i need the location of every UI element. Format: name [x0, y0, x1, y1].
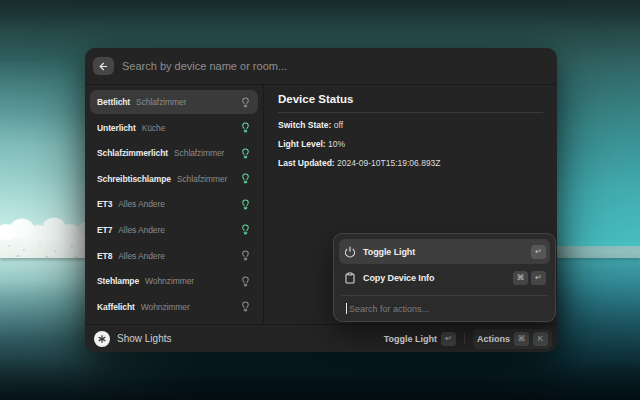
- bulb-icon: [240, 301, 251, 312]
- field-value: 2024-09-10T15:19:06.893Z: [335, 158, 441, 168]
- arrow-left-icon: [98, 61, 109, 72]
- field-value: off: [331, 120, 343, 130]
- device-row[interactable]: KaffelichtWohnzimmer: [90, 295, 258, 319]
- device-name: Stehlampe: [97, 276, 139, 286]
- k-key-badge: K: [533, 332, 548, 346]
- back-button[interactable]: [93, 57, 114, 75]
- status-field: Last Updated: 2024-09-10T15:19:06.893Z: [278, 159, 543, 168]
- device-row[interactable]: UnterlichtKüche: [90, 116, 258, 140]
- bulb-icon: [240, 148, 251, 159]
- power-icon: [344, 246, 356, 258]
- bulb-icon: [240, 173, 251, 184]
- key-badge: ⌘: [513, 271, 528, 285]
- action-label: Toggle Light: [363, 247, 415, 257]
- action-item[interactable]: Toggle Light↵: [339, 239, 550, 264]
- device-room: Wohnzimmer: [145, 276, 194, 286]
- field-label: Last Updated:: [278, 158, 335, 168]
- status-field: Light Level: 10%: [278, 140, 543, 149]
- actions-button-label: Actions: [477, 334, 510, 344]
- footer-actions: Toggle Light ↵ Actions ⌘ K: [384, 329, 552, 349]
- bulb-icon: [240, 250, 251, 261]
- key-badge: ↵: [531, 245, 546, 259]
- device-room: Alles Andere: [118, 199, 165, 209]
- device-row[interactable]: SchreibtischlampeSchlafzimmer: [90, 167, 258, 191]
- search-input[interactable]: Search by device name or room...: [122, 60, 287, 72]
- device-row[interactable]: ET3Alles Andere: [90, 192, 258, 216]
- detail-divider: [278, 112, 543, 113]
- field-label: Switch State:: [278, 120, 331, 130]
- device-name: Kaffelicht: [97, 302, 135, 312]
- key-badge: ↵: [531, 271, 546, 285]
- device-name: Bettlicht: [97, 97, 130, 107]
- device-room: Alles Andere: [118, 251, 165, 261]
- field-label: Light Level:: [278, 139, 326, 149]
- extension-icon: [94, 331, 110, 347]
- desktop: Search by device name or room... Bettlic…: [0, 0, 640, 400]
- bulb-icon: [240, 276, 251, 287]
- cmd-key-badge: ⌘: [514, 332, 529, 346]
- enter-key-badge: ↵: [441, 332, 456, 346]
- bulb-icon: [240, 199, 251, 210]
- device-row[interactable]: SchlafzimmerlichtSchlafzimmer: [90, 141, 258, 165]
- device-row[interactable]: ET7Alles Andere: [90, 218, 258, 242]
- device-list: BettlichtSchlafzimmerUnterlichtKücheSchl…: [85, 85, 263, 324]
- bulb-icon: [240, 224, 251, 235]
- action-label: Copy Device Info: [363, 273, 434, 283]
- device-name: ET8: [97, 251, 112, 261]
- action-keys: ↵: [531, 245, 546, 259]
- text-caret: [346, 303, 347, 314]
- clipboard-icon: [344, 272, 356, 284]
- bulb-icon: [240, 122, 251, 133]
- actions-popup: Toggle Light↵Copy Device Info⌘↵ Search f…: [333, 233, 556, 322]
- status-field: Switch State: off: [278, 121, 543, 130]
- device-name: Unterlicht: [97, 123, 136, 133]
- footer-separator: [464, 333, 465, 344]
- field-value: 10%: [326, 139, 345, 149]
- device-row[interactable]: StehlampeWohnzimmer: [90, 269, 258, 293]
- footer-app-label: Show Lights: [117, 333, 171, 344]
- device-room: Schlafzimmer: [174, 148, 224, 158]
- device-name: Schreibtischlampe: [97, 174, 171, 184]
- device-row[interactable]: ET8Alles Andere: [90, 244, 258, 268]
- footer-bar: Show Lights Toggle Light ↵ Actions ⌘ K: [85, 324, 557, 352]
- device-name: Schlafzimmerlicht: [97, 148, 168, 158]
- action-keys: ⌘↵: [513, 271, 546, 285]
- actions-search-placeholder: Search for actions...: [349, 304, 429, 314]
- device-room: Wohnzimmer: [141, 302, 190, 312]
- device-room: Schlafzimmer: [136, 97, 186, 107]
- detail-title: Device Status: [278, 93, 543, 106]
- device-name: ET7: [97, 225, 112, 235]
- footer-primary-action[interactable]: Toggle Light: [384, 334, 437, 344]
- bulb-icon: [240, 97, 251, 108]
- device-name: ET3: [97, 199, 112, 209]
- action-item[interactable]: Copy Device Info⌘↵: [339, 265, 550, 290]
- actions-button[interactable]: Actions ⌘ K: [473, 329, 552, 349]
- device-room: Küche: [142, 123, 166, 133]
- search-bar: Search by device name or room...: [85, 48, 557, 85]
- device-room: Alles Andere: [118, 225, 165, 235]
- actions-search-input[interactable]: Search for actions...: [339, 296, 550, 321]
- device-room: Schlafzimmer: [177, 174, 227, 184]
- device-row[interactable]: BettlichtSchlafzimmer: [90, 90, 258, 114]
